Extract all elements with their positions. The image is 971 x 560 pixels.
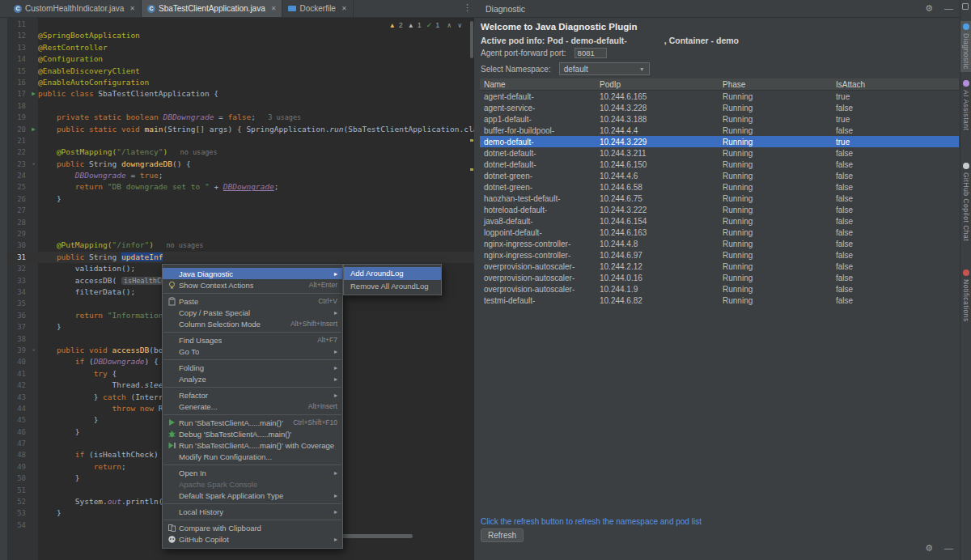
code-line-23[interactable]: 23▾ public String downgradeDB() { (8, 159, 474, 170)
menu-item-show-context-actions[interactable]: Show Context ActionsAlt+Enter (163, 279, 342, 291)
line-number: 50 (8, 473, 29, 484)
run-gutter-icon[interactable]: ▶ (29, 124, 38, 135)
menu-item-local-history[interactable]: Local History▸ (163, 506, 342, 517)
error-stripe-mark[interactable] (470, 168, 473, 171)
editor-vertical-scrollbar[interactable] (470, 21, 473, 58)
tab-options-kebab-icon[interactable]: ⋮ (463, 3, 472, 12)
prev-issue-icon[interactable]: ∧ (447, 22, 452, 29)
column-header-podip[interactable]: PodIp (596, 80, 719, 89)
code-line-16[interactable]: 16@EnableAutoConfiguration (8, 77, 474, 88)
pod-row[interactable]: agent-service-10.244.3.228Runningfalse (480, 102, 959, 113)
menu-item-find-usages[interactable]: Find UsagesAlt+F7 (163, 334, 342, 346)
menu-item-run-sbatestclienta-main-with-coverage[interactable]: Run 'SbaTestClientA.....main()' with Cov… (163, 439, 342, 451)
run-gutter-icon[interactable]: ▶ (29, 88, 38, 100)
menu-item-refactor[interactable]: Refactor▸ (163, 389, 342, 401)
menu-item-java-diagnostic[interactable]: Java Diagnostic▸ (163, 268, 342, 279)
port-input[interactable] (575, 48, 607, 58)
code-line-20[interactable]: 20▶ public static void main(String[] arg… (8, 124, 474, 135)
menu-item-copy-paste-special[interactable]: Copy / Paste Special▸ (163, 307, 342, 318)
pod-row[interactable]: dotnet-green-10.244.4.6Runningfalse (480, 170, 959, 181)
code-line-26[interactable]: 26 } (8, 193, 474, 205)
menu-item-open-in[interactable]: Open In▸ (163, 467, 342, 478)
pod-row[interactable]: logpoint-default-10.244.6.163Runningfals… (480, 227, 959, 238)
namespace-select[interactable]: default ▼ (559, 62, 650, 75)
submenu-item-remove-all-aroundlog[interactable]: Remove All AroundLog (344, 280, 441, 293)
pod-row[interactable]: dotnet-default-10.244.3.211Runningfalse (480, 147, 959, 159)
code-line-15[interactable]: 15@EnableDiscoveryClient (8, 66, 474, 77)
error-stripe-mark[interactable] (470, 139, 473, 142)
gear-icon[interactable]: ⚙ (925, 4, 933, 13)
code-line-31[interactable]: 31 public String updateInf (8, 252, 474, 263)
code-line-12[interactable]: 12@SpringBootApplication (8, 30, 474, 41)
menu-item-go-to[interactable]: Go To▸ (163, 346, 342, 357)
menu-item-run-sbatestclienta-main[interactable]: Run 'SbaTestClientA.....main()'Ctrl+Shif… (163, 417, 342, 428)
menu-item-compare-with-clipboard[interactable]: Compare with Clipboard (163, 522, 342, 533)
minimize-icon[interactable]: — (944, 4, 953, 13)
tool-stripe-notifications[interactable]: Notifications (960, 267, 971, 325)
menu-item-debug-sbatestclienta-main[interactable]: Debug 'SbaTestClientA.....main()' (163, 428, 342, 439)
menu-item-default-spark-application-type[interactable]: Default Spark Application Type▸ (163, 490, 342, 501)
pod-row[interactable]: dotnet-default-10.244.6.150Runningfalse (480, 159, 959, 170)
inspections-widget[interactable]: ▲2 ▲1 ✓1 ∧ ∨ (387, 21, 464, 29)
gear-icon[interactable]: ⚙ (925, 544, 933, 553)
code-line-25[interactable]: 25 return "DB downgrade set to " + DBDow… (8, 181, 474, 193)
pod-row[interactable]: dotnet-green-10.244.6.58Runningfalse (480, 181, 959, 193)
refresh-button[interactable]: Refresh (481, 528, 524, 542)
menu-item-modify-run-configuration[interactable]: Modify Run Configuration... (163, 451, 342, 462)
pod-row[interactable]: overprovision-autoscaler-10.244.1.9Runni… (480, 283, 959, 295)
line-number: 43 (8, 392, 29, 403)
tool-stripe-diagnostic[interactable]: Diagnostic (960, 21, 971, 72)
code-line-28[interactable]: 28 (8, 217, 474, 228)
tab-sbatestclientapplication-java[interactable]: CSbaTestClientApplication.java✕ (142, 0, 282, 17)
pod-row[interactable]: haozhan-test-default-10.244.6.75Runningf… (480, 193, 959, 204)
code-line-17[interactable]: 17▶public class SbaTestClientApplication… (8, 88, 474, 100)
menu-item-folding[interactable]: Folding▸ (163, 362, 342, 373)
tab-customhealthindicator-java[interactable]: CCustomHealthIndicator.java✕ (8, 0, 142, 17)
close-tab-icon[interactable]: ✕ (271, 5, 277, 12)
pod-row[interactable]: demo-default-10.244.3.229Runningtrue (480, 136, 959, 147)
column-header-phase[interactable]: Phase (719, 80, 832, 89)
pod-row[interactable]: app1-default-10.244.3.188Runningtrue (480, 113, 959, 125)
code-line-27[interactable]: 27 (8, 205, 474, 216)
menu-item-github-copilot[interactable]: GitHub Copilot▸ (163, 533, 342, 545)
code-line-24[interactable]: 24 DBDowngrade = true; (8, 170, 474, 181)
menu-item-column-selection-mode[interactable]: Column Selection ModeAlt+Shift+Insert (163, 318, 342, 329)
pod-row[interactable]: nginx-ingress-controller-10.244.4.8Runni… (480, 238, 959, 249)
menu-item-apache-spark-console[interactable]: Apache Spark Console (163, 478, 342, 490)
code-line-19[interactable]: 19 private static boolean DBDowngrade = … (8, 112, 474, 123)
stripe-window-icon[interactable] (962, 3, 969, 10)
close-tab-icon[interactable]: ✕ (129, 5, 135, 12)
fold-gutter-icon[interactable]: ▾ (29, 345, 38, 356)
pod-row[interactable]: testmi-default-10.244.6.82Runningfalse (480, 295, 959, 306)
pod-row[interactable]: java8-default-10.244.6.154Runningfalse (480, 215, 959, 227)
code-line-22[interactable]: 22 @PostMapping("/latency") no usages (8, 146, 474, 158)
line-number: 36 (8, 310, 29, 321)
submenu-item-add-aroundlog[interactable]: Add AroundLog (344, 267, 441, 280)
code-line-13[interactable]: 13@RestController (8, 42, 474, 53)
fold-gutter-icon (29, 146, 38, 158)
pod-row[interactable]: nginx-ingress-controller-10.244.6.97Runn… (480, 249, 959, 261)
close-tab-icon[interactable]: ✕ (341, 5, 347, 12)
menu-item-generate[interactable]: Generate...Alt+Insert (163, 401, 342, 412)
menu-item-analyze[interactable]: Analyze▸ (163, 373, 342, 384)
code-line-30[interactable]: 30 @PutMapping("/infor") no usages (8, 240, 474, 251)
pod-row[interactable]: hotreload-default-10.244.3.222Runningfal… (480, 204, 959, 215)
pod-row[interactable]: buffer-for-buildpool-10.244.4.4Runningfa… (480, 125, 959, 136)
tool-stripe-ai-assistant[interactable]: AI Assistant (960, 78, 971, 133)
line-number: 45 (8, 414, 29, 426)
pod-row[interactable]: overprovision-autoscaler-10.244.2.12Runn… (480, 261, 959, 272)
tool-stripe-github-copilot-chat[interactable]: GitHub Copilot Chat (960, 160, 971, 244)
tab-dockerfile[interactable]: Dockerfile✕ (282, 0, 353, 17)
menu-item-paste[interactable]: PasteCtrl+V (163, 295, 342, 307)
pod-row[interactable]: agent-default-10.244.6.165Runningtrue (480, 91, 959, 102)
code-line-21[interactable]: 21 (8, 135, 474, 146)
column-header-isattach[interactable]: IsAttach (832, 80, 959, 89)
code-line-29[interactable]: 29 (8, 228, 474, 240)
column-header-name[interactable]: Name (480, 80, 596, 89)
pod-row[interactable]: overprovision-autoscaler-10.244.0.16Runn… (480, 272, 959, 283)
next-issue-icon[interactable]: ∨ (457, 22, 462, 29)
fold-gutter-icon[interactable]: ▾ (29, 159, 38, 170)
minimize-icon[interactable]: — (944, 544, 953, 553)
code-line-14[interactable]: 14@Configuration (8, 53, 474, 65)
code-line-18[interactable]: 18 (8, 100, 474, 112)
